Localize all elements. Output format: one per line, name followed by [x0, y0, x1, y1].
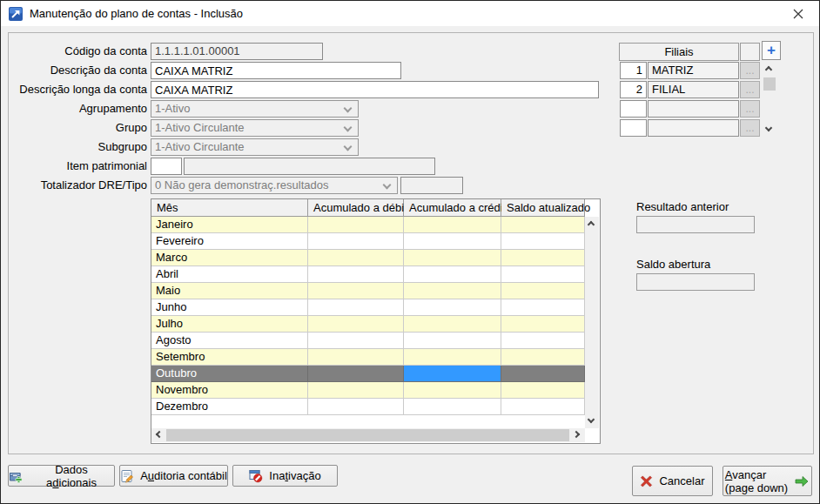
cell-debito[interactable]	[308, 250, 404, 266]
grupo-label: Grupo	[10, 119, 147, 136]
cell-debito[interactable]	[308, 349, 404, 366]
cell-mes[interactable]: Maio	[151, 283, 308, 299]
cell-mes[interactable]: Setembro	[151, 349, 308, 366]
filiais-header-corner	[740, 43, 760, 61]
codigo-field: 1.1.1.1.01.00001	[151, 43, 323, 60]
cell-mes[interactable]: Agosto	[151, 333, 308, 349]
scroll-left-icon[interactable]	[151, 428, 165, 442]
cell-credito[interactable]	[404, 299, 501, 316]
grid-vscrollbar[interactable]	[585, 217, 599, 428]
filial-num-cell[interactable]: 1	[620, 62, 647, 79]
cell-mes[interactable]: Fevereiro	[151, 233, 308, 250]
scroll-up-icon[interactable]	[763, 62, 776, 76]
grid-row[interactable]: Abril	[151, 266, 585, 283]
column-header-credito: Acumulado a crédito	[404, 199, 501, 217]
inativacao-button[interactable]: Inativação	[232, 465, 338, 487]
cell-mes[interactable]: Janeiro	[151, 217, 308, 233]
cell-mes[interactable]: Marco	[151, 250, 308, 266]
close-icon[interactable]	[784, 3, 812, 24]
cell-credito[interactable]	[404, 382, 501, 399]
auditoria-contabil-button[interactable]: Auditoria contábil	[119, 465, 228, 487]
dados-adicionais-button[interactable]: Dados adicionais	[8, 465, 115, 487]
filial-more-button[interactable]: ...	[740, 100, 760, 118]
grid-hscrollbar[interactable]	[151, 428, 585, 442]
cell-mes[interactable]: Junho	[151, 299, 308, 316]
scrollbar-thumb[interactable]	[166, 429, 569, 441]
cell-saldo[interactable]	[501, 250, 585, 266]
filial-num-cell[interactable]	[620, 119, 647, 137]
grid-row[interactable]: Janeiro	[151, 217, 585, 233]
filial-name-cell[interactable]	[648, 119, 739, 137]
cell-credito[interactable]	[404, 217, 501, 233]
filial-name-cell[interactable]: FILIAL	[648, 81, 739, 98]
cell-debito[interactable]	[308, 382, 404, 399]
filial-name-cell[interactable]: MATRIZ	[648, 62, 739, 79]
filial-more-button[interactable]: ...	[740, 81, 760, 98]
cell-debito[interactable]	[308, 299, 404, 316]
add-filial-button[interactable]: +	[762, 41, 781, 60]
cell-mes[interactable]: Abril	[151, 266, 308, 283]
scrollbar-thumb[interactable]	[763, 77, 776, 91]
cell-credito[interactable]	[404, 233, 501, 250]
grid-row-selected[interactable]: Outubro	[151, 366, 585, 382]
cell-debito[interactable]	[308, 266, 404, 283]
cell-saldo[interactable]	[501, 233, 585, 250]
subgrupo-combo: 1-Ativo Circulante	[151, 138, 359, 156]
grid-row[interactable]: Maio	[151, 283, 585, 299]
cell-saldo[interactable]	[501, 333, 585, 349]
cell-mes[interactable]: Outubro	[151, 366, 308, 382]
cell-debito[interactable]	[308, 399, 404, 415]
cell-debito[interactable]	[308, 333, 404, 349]
filial-num-cell[interactable]: 2	[620, 81, 647, 98]
grid-row[interactable]: Fevereiro	[151, 233, 585, 250]
scroll-right-icon[interactable]	[571, 428, 585, 442]
grid-row[interactable]: Novembro	[151, 382, 585, 399]
cell-saldo[interactable]	[501, 382, 585, 399]
scroll-down-icon[interactable]	[763, 123, 776, 137]
cell-credito[interactable]	[404, 399, 501, 415]
cell-credito[interactable]	[404, 266, 501, 283]
cell-credito-focused[interactable]	[404, 366, 501, 382]
cell-credito[interactable]	[404, 283, 501, 299]
cell-saldo[interactable]	[501, 266, 585, 283]
cell-saldo[interactable]	[501, 349, 585, 366]
filiais-scrollbar[interactable]	[763, 62, 776, 137]
grid-row[interactable]: Agosto	[151, 333, 585, 349]
cell-debito[interactable]	[308, 283, 404, 299]
cell-saldo[interactable]	[501, 299, 585, 316]
cell-mes[interactable]: Novembro	[151, 382, 308, 399]
cell-saldo[interactable]	[501, 399, 585, 415]
filial-more-button[interactable]: ...	[740, 62, 760, 79]
cell-credito[interactable]	[404, 333, 501, 349]
descricao-input[interactable]	[151, 62, 401, 79]
grid-row[interactable]: Dezembro	[151, 399, 585, 415]
scroll-down-icon[interactable]	[585, 414, 599, 428]
filial-more-button[interactable]: ...	[740, 119, 760, 137]
agrupamento-value: 1-Ativo	[155, 102, 190, 115]
filial-name-cell[interactable]	[648, 100, 739, 118]
cell-debito[interactable]	[308, 366, 404, 382]
cancel-button[interactable]: Cancelar	[632, 466, 713, 496]
grid-row[interactable]: Marco	[151, 250, 585, 266]
grid-row[interactable]: Setembro	[151, 349, 585, 366]
filial-num-cell[interactable]	[620, 100, 647, 118]
cell-mes[interactable]: Julho	[151, 316, 308, 333]
cell-credito[interactable]	[404, 349, 501, 366]
grid-row[interactable]: Julho	[151, 316, 585, 333]
cell-credito[interactable]	[404, 316, 501, 333]
cell-mes[interactable]: Dezembro	[151, 399, 308, 415]
cell-saldo[interactable]	[501, 217, 585, 233]
cell-saldo[interactable]	[501, 316, 585, 333]
cell-credito[interactable]	[404, 250, 501, 266]
grupo-combo: 1-Ativo Circulante	[151, 119, 359, 137]
item-patrimonial-code-input[interactable]	[151, 158, 182, 175]
scroll-up-icon[interactable]	[585, 217, 599, 231]
cell-debito[interactable]	[308, 316, 404, 333]
cell-debito[interactable]	[308, 233, 404, 250]
descricao-longa-input[interactable]	[151, 81, 599, 98]
cell-saldo[interactable]	[501, 283, 585, 299]
advance-button[interactable]: Avançar (page down)	[723, 466, 812, 496]
cell-debito[interactable]	[308, 217, 404, 233]
cell-saldo[interactable]	[501, 366, 585, 382]
grid-row[interactable]: Junho	[151, 299, 585, 316]
